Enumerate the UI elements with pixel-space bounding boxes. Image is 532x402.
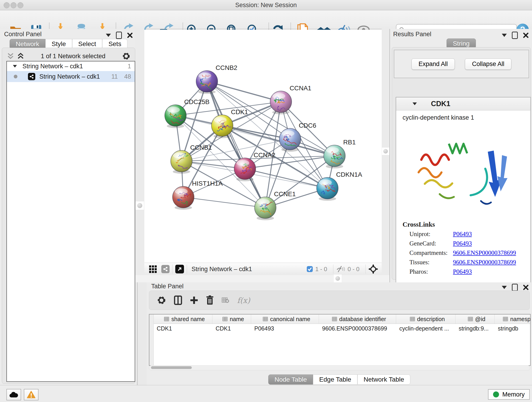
table-cell[interactable]: 9606.ENSP00000378699	[319, 324, 396, 333]
table-header-row: shared namenamecanonical namedatabase id…	[153, 314, 530, 324]
plus-icon	[190, 296, 198, 304]
network-collection-row[interactable]: String Network – cdk1 1	[7, 61, 135, 71]
close-window-button[interactable]	[4, 2, 10, 8]
network-options-gear-icon[interactable]	[122, 52, 130, 60]
function-builder-button[interactable]: f(x)	[237, 296, 250, 305]
horizontal-splitter-handle[interactable]	[334, 274, 342, 282]
node-table: shared namenamecanonical namedatabase id…	[149, 314, 531, 366]
expand-all-networks-icon[interactable]	[17, 52, 24, 60]
control-panel-float-icon[interactable]	[116, 32, 122, 39]
delete-table-button[interactable]	[222, 297, 229, 303]
network-node-CCNA1[interactable]	[270, 91, 292, 114]
control-panel-collapse-icon[interactable]	[106, 34, 111, 37]
column-header-sharedname[interactable]: shared name	[153, 314, 212, 324]
table-hscrollbar-thumb[interactable]	[151, 366, 192, 369]
results-panel-title: Results Panel	[393, 31, 431, 38]
zoom-window-button[interactable]	[17, 2, 23, 8]
tab-network-table[interactable]: Network Table	[357, 375, 410, 385]
network-node-CCNA2[interactable]	[234, 158, 256, 181]
external-window-icon	[175, 265, 184, 274]
expand-all-button[interactable]: Expand All	[412, 58, 455, 70]
column-header-canonicalname[interactable]: canonical name	[251, 314, 319, 324]
table-cell[interactable]: stringdb:9...	[456, 324, 495, 333]
network-node-CDKN1A[interactable]	[317, 177, 338, 201]
table-panel-close-icon[interactable]	[523, 284, 529, 290]
footer-separator	[172, 264, 172, 274]
crosslink-link[interactable]: 9606.ENSP00000378699	[453, 259, 516, 266]
network-node-CCNB2[interactable]	[196, 70, 218, 94]
minimize-window-button[interactable]	[11, 2, 17, 8]
table-hscrollbar[interactable]	[149, 365, 530, 370]
network-node-RB1[interactable]	[324, 145, 346, 168]
hidden-eye-icon[interactable]	[336, 265, 345, 273]
table-cell[interactable]: CDK1	[153, 324, 212, 333]
tab-edge-table[interactable]: Edge Table	[313, 375, 357, 385]
warnings-button[interactable]	[24, 389, 38, 400]
collection-expander-icon[interactable]	[13, 65, 17, 67]
column-header-databaseidentifier[interactable]: database identifier	[319, 314, 396, 324]
network-node-CDC25B[interactable]	[165, 105, 187, 128]
network-edge	[207, 81, 265, 208]
results-panel-collapse-icon[interactable]	[502, 34, 507, 37]
create-column-button[interactable]	[190, 296, 198, 304]
table-cell[interactable]: stringdb	[495, 324, 531, 333]
node-label: CCNE1	[274, 191, 296, 198]
collapse-all-button[interactable]: Collapse All	[465, 58, 511, 70]
crosslink-link[interactable]: P06493	[453, 240, 472, 247]
network-row[interactable]: String Network – cdk1 11 48	[7, 71, 135, 82]
table-settings-button[interactable]	[157, 296, 166, 305]
detach-view-button[interactable]	[175, 265, 184, 274]
network-canvas[interactable]: CCNB2CCNA1CDC25BCDK1CDC6RB1CCNB1CCNA2CDK…	[144, 30, 382, 263]
control-panel: Control Panel Network Style Select Sets …	[0, 29, 138, 385]
right-splitter-handle[interactable]	[382, 148, 389, 155]
left-splitter[interactable]	[135, 29, 144, 282]
columns-icon	[174, 295, 182, 305]
tab-node-table[interactable]: Node Table	[268, 375, 313, 385]
control-panel-close-icon[interactable]	[127, 32, 133, 38]
left-splitter-handle[interactable]	[136, 201, 144, 210]
column-header-namespace[interactable]: namespace	[495, 314, 531, 324]
column-type-icon	[263, 317, 268, 322]
trash-icon	[206, 295, 214, 305]
control-panel-title: Control Panel	[4, 31, 42, 38]
crosslink-link[interactable]: 9606.ENSP00000378699	[453, 249, 516, 256]
birdseye-crosshair-icon[interactable]	[368, 264, 378, 274]
selected-checkbox-icon[interactable]	[307, 266, 313, 272]
right-splitter[interactable]	[382, 29, 389, 282]
table-cell[interactable]: CDK1	[212, 324, 251, 333]
crosslink-link[interactable]: P06493	[453, 268, 472, 275]
column-type-icon	[503, 317, 508, 322]
network-edge-count: 48	[124, 73, 131, 80]
crosslink-label: Uniprot:	[409, 230, 453, 238]
collection-count: 1	[128, 63, 131, 70]
column-header-id[interactable]: @id	[456, 314, 495, 324]
crosslink-link[interactable]: P06493	[453, 230, 472, 238]
results-panel: Results Panel String Expand All Collapse…	[389, 29, 532, 282]
gene-expander-icon[interactable]	[413, 102, 417, 105]
column-header-description[interactable]: description	[396, 314, 456, 324]
table-cell[interactable]: cyclin-dependent ...	[396, 324, 456, 333]
network-node-CCNE1[interactable]	[254, 197, 277, 220]
results-panel-float-icon[interactable]	[512, 32, 518, 39]
show-grid-button[interactable]	[149, 265, 157, 273]
crosslink-label: GeneCard:	[409, 240, 453, 247]
network-node-CCNB1[interactable]	[171, 150, 192, 174]
network-badge-button[interactable]	[161, 265, 170, 273]
table-panel-float-icon[interactable]	[512, 284, 518, 291]
table-panel-collapse-icon[interactable]	[502, 286, 507, 289]
results-panel-close-icon[interactable]	[523, 32, 529, 38]
gene-result-card: CDK1 cyclin-dependent kinase 1 CrossLink…	[396, 97, 531, 291]
gene-header[interactable]: CDK1	[396, 97, 530, 110]
table-cell[interactable]: P06493	[251, 324, 319, 333]
cytoscape-window: Session: New Session	[0, 0, 532, 402]
collapse-all-networks-icon[interactable]	[7, 52, 14, 60]
network-graph[interactable]: CCNB2CCNA1CDC25BCDK1CDC6RB1CCNB1CCNA2CDK…	[144, 30, 382, 263]
memory-button[interactable]: Memory	[488, 389, 530, 400]
delete-column-button[interactable]	[206, 295, 214, 305]
show-columns-button[interactable]	[174, 295, 182, 305]
column-header-name[interactable]: name	[212, 314, 251, 324]
table-row[interactable]: CDK1CDK1P064939606.ENSP00000378699cyclin…	[153, 324, 530, 333]
column-type-icon	[332, 317, 337, 322]
cloud-status-button[interactable]	[6, 389, 21, 400]
network-node-HIST1H1A[interactable]	[172, 186, 194, 210]
